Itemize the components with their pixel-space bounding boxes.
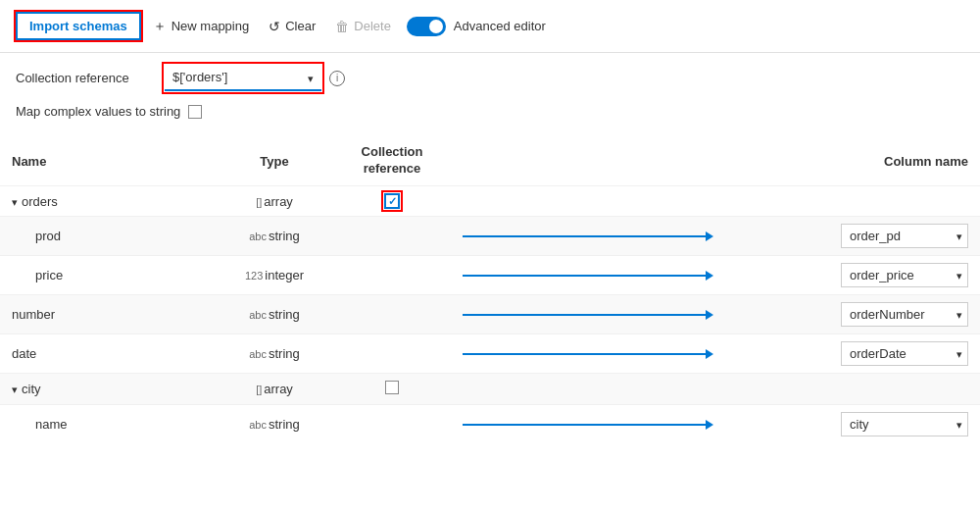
row-name: number — [12, 307, 55, 322]
type-cell: 123integer — [216, 256, 333, 295]
arrow-cell — [451, 256, 725, 295]
advanced-editor-toggle[interactable] — [407, 17, 446, 36]
table-row: price123integer order_price — [0, 256, 980, 295]
name-cell: number — [0, 295, 216, 334]
row-name: date — [12, 346, 36, 361]
arrow-line — [463, 349, 713, 359]
arrow-line — [463, 231, 713, 241]
header-column-name: Column name — [725, 136, 980, 185]
collection-reference-row: Collection reference $['orders'] ▾ i — [16, 65, 964, 91]
mapping-table: Name Type Collection reference Column na… — [0, 136, 980, 443]
arrow-cell — [451, 405, 725, 444]
arrow-line-body — [463, 235, 706, 237]
arrow-head — [706, 271, 713, 281]
form-section: Collection reference $['orders'] ▾ i Map… — [0, 53, 980, 132]
column-name-select[interactable]: city — [841, 412, 968, 436]
arrow-cell — [451, 185, 725, 217]
type-badge: [] — [256, 196, 262, 208]
type-badge: 123 — [245, 270, 263, 282]
name-cell: date — [0, 334, 216, 374]
type-cell: abcstring — [216, 217, 333, 256]
column-name-select[interactable]: orderNumber — [841, 302, 968, 327]
arrow-line-body — [463, 314, 706, 316]
import-schemas-button[interactable]: Import schemas — [16, 12, 141, 40]
type-label: string — [269, 346, 300, 361]
delete-label: Delete — [354, 19, 391, 33]
collection-ref-checkbox[interactable] — [385, 381, 399, 394]
ref-cell — [333, 405, 451, 444]
column-name-select[interactable]: orderDate — [841, 341, 968, 366]
refresh-icon: ↺ — [269, 19, 280, 34]
col-select-wrapper: city — [841, 412, 968, 436]
arrow-line-body — [463, 353, 706, 355]
arrow-line — [463, 420, 713, 430]
name-cell: ▾city — [0, 374, 216, 405]
name-cell: name — [0, 405, 216, 444]
column-name-select[interactable]: order_pd — [841, 224, 968, 248]
chevron-icon: ▾ — [12, 384, 18, 395]
type-cell: []array — [216, 185, 333, 217]
info-icon: i — [329, 71, 345, 86]
new-mapping-label: New mapping — [172, 19, 250, 33]
table-row: prodabcstring order_pd — [0, 217, 980, 256]
type-label: integer — [265, 268, 304, 282]
arrow-cell — [451, 374, 725, 405]
type-badge: [] — [256, 384, 262, 395]
header-arrow-spacer — [451, 136, 725, 185]
ref-cell — [333, 374, 451, 405]
row-name: orders — [22, 194, 58, 209]
type-cell: abcstring — [216, 334, 333, 374]
table-row: ▾city[]array — [0, 374, 980, 405]
delete-button[interactable]: 🗑 Delete — [327, 14, 399, 39]
type-badge: abc — [249, 231, 267, 242]
type-cell: abcstring — [216, 295, 333, 334]
type-cell: abcstring — [216, 405, 333, 444]
column-name-cell: city — [725, 405, 980, 444]
type-label: string — [269, 417, 300, 432]
name-cell: prod — [0, 217, 216, 256]
type-label: string — [269, 307, 300, 322]
arrow-head — [706, 420, 713, 430]
arrow-head — [706, 349, 713, 359]
ref-cell — [333, 334, 451, 374]
clear-label: Clear — [285, 19, 316, 33]
ref-cell — [333, 185, 451, 217]
type-badge: abc — [249, 309, 267, 321]
collection-reference-label: Collection reference — [16, 71, 153, 85]
arrow-line — [463, 310, 713, 320]
type-cell: []array — [216, 374, 333, 405]
row-name: prod — [35, 229, 61, 243]
arrow-cell — [451, 217, 725, 256]
ref-cell — [333, 256, 451, 295]
column-name-cell — [725, 374, 980, 405]
name-cell: ▾orders — [0, 185, 216, 217]
advanced-editor-label: Advanced editor — [454, 19, 546, 33]
table-row: numberabcstring orderNumber — [0, 295, 980, 334]
map-complex-checkbox[interactable] — [188, 105, 202, 119]
type-label: array — [264, 382, 293, 396]
map-complex-label: Map complex values to string — [16, 103, 180, 121]
collection-select-container: $['orders'] ▾ — [165, 65, 321, 91]
header-type: Type — [216, 136, 333, 185]
column-name-select[interactable]: order_price — [841, 263, 968, 287]
clear-button[interactable]: ↺ Clear — [261, 14, 323, 39]
col-select-wrapper: orderDate — [841, 341, 968, 366]
trash-icon: 🗑 — [335, 19, 349, 34]
arrow-head — [706, 310, 713, 320]
row-name: city — [22, 382, 41, 396]
arrow-head — [706, 231, 713, 241]
column-name-cell: orderNumber — [725, 295, 980, 334]
table-row: dateabcstring orderDate — [0, 334, 980, 374]
ref-cell — [333, 217, 451, 256]
advanced-editor-toggle-container: Advanced editor — [407, 17, 546, 36]
type-badge: abc — [249, 419, 267, 431]
collection-ref-checkbox-checked[interactable] — [384, 193, 400, 209]
toolbar: Import schemas ＋ New mapping ↺ Clear 🗑 D… — [0, 0, 980, 53]
type-label: string — [269, 229, 300, 243]
collection-reference-select[interactable]: $['orders'] — [165, 65, 321, 91]
new-mapping-button[interactable]: ＋ New mapping — [145, 13, 258, 40]
chevron-icon: ▾ — [12, 196, 18, 208]
collection-select-wrapper: $['orders'] ▾ i — [165, 65, 345, 91]
col-select-wrapper: order_price — [841, 263, 968, 287]
column-name-cell — [725, 185, 980, 217]
